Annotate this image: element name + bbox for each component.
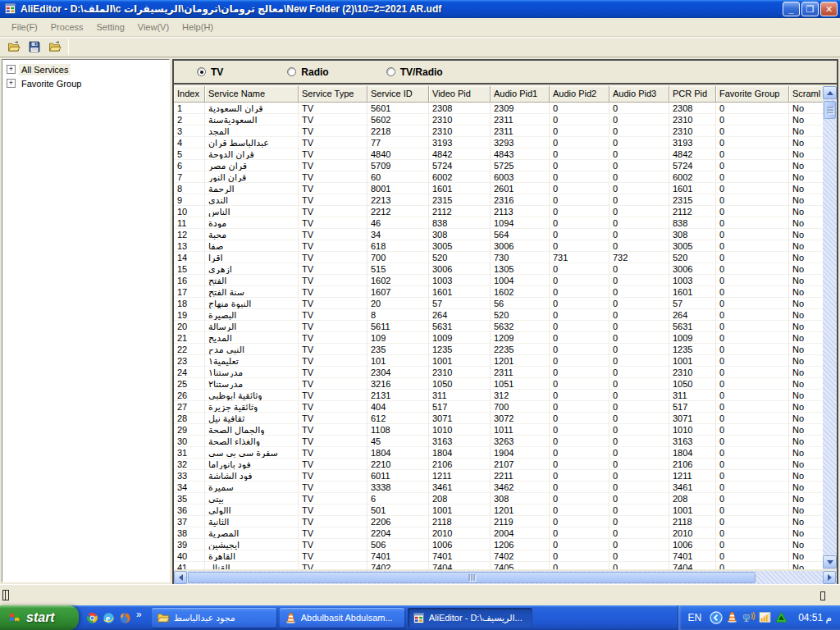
radio-tv-radio[interactable]: TV/Radio [386,66,443,78]
open-udf-button[interactable] [44,38,65,56]
table-row[interactable]: 21المديحTV109100912090010090No [174,332,823,344]
table-row[interactable]: 7النور‎ قرانTV60600260030060020No [174,171,823,183]
column-header-scraml[interactable]: Scraml [789,86,823,103]
start-button[interactable]: start [0,605,79,630]
column-header-service-name[interactable]: Service Name [205,86,299,103]
restore-button[interactable]: ❐ [801,2,819,16]
cell: 0 [716,367,789,378]
table-row[interactable]: 34سميرةTV3338346134620034610No [174,482,823,493]
menu-item-view[interactable]: View(V) [131,20,176,34]
scroll-left-button[interactable] [174,571,187,584]
table-row[interactable]: 16الفتحTV1602100310040010030No [174,275,823,286]
table-row[interactable]: 41القنالTV7402740474050074040No [174,562,823,569]
titlebar[interactable]: AliEditor - D:\الملف‎\c الريسيفرات‎\تروم… [0,0,840,18]
column-header-audio-pid1[interactable]: Audio Pid1 [491,86,550,103]
scroll-right-button[interactable] [823,571,836,584]
column-header-video-pid[interactable]: Video Pid [429,86,491,103]
vertical-scrollbar[interactable] [823,86,837,569]
table-row[interactable]: 8الرحمةTV8001160126010016010No [174,183,823,194]
table-body: 1السعودية‎ قرانTV5601230823090023080No2ا… [174,103,823,569]
vertical-scroll-thumb[interactable] [824,101,836,119]
folder-open-icon [7,40,21,53]
table-row[interactable]: 29الصحة‎ والجمالTV1108101010110010100No [174,424,823,436]
expand-icon[interactable]: + [7,65,16,74]
cell: TV [299,286,368,298]
cell: 57 [429,298,491,309]
taskbar-button-alieditor[interactable]: AliEditor - D:\الريسيف‎... [408,608,532,628]
menu-item-file[interactable]: File(F) [5,20,44,34]
table-row[interactable]: 26ابوظبى‎ وثائقيةTV2131311312003110No [174,390,823,401]
column-header-favorite-group[interactable]: Favorite Group [716,86,789,103]
menu-item-setting[interactable]: Setting [90,20,131,34]
expand-icon[interactable]: + [7,79,16,88]
cell: No [789,470,823,482]
table-row[interactable]: 4قران‎ عبدالباسطTV77319332930031930No [174,137,823,148]
table-row[interactable]: 13صفاTV618300530060030050No [174,240,823,252]
sidebar-item-favorite-group[interactable]: +Favorite Group [4,76,167,90]
ie-launcher[interactable]: e [100,612,116,624]
language-indicator[interactable]: EN [688,612,702,623]
table-row[interactable]: 2السعوديةسنةTV5602231023110023100No [174,114,823,126]
table-row[interactable]: 10الناسTV2212211221130021120No [174,206,823,217]
table-row[interactable]: 28نيل‎ ثقافيةTV612307130720030710No [174,413,823,424]
table-row[interactable]: 17الفتح‎ سنةTV1607160116020016010No [174,286,823,298]
table-row[interactable]: 6مصر‎ قرانTV5709572457250057240No [174,160,823,171]
column-header-index[interactable]: Index [174,86,205,103]
table-row[interactable]: 25مدرستنا٢TV3216105010510010500No [174,378,823,390]
save-file-button[interactable] [24,38,44,56]
table-row[interactable]: 1السعودية‎ قرانTV5601230823090023080No [174,103,823,114]
table-row[interactable]: 5الدوحة‎ قرانTV4840484248430048420No [174,148,823,160]
table-row[interactable]: 18منهاج‎ النبوةTV20575600570No [174,298,823,309]
scroll-down-button[interactable] [823,555,837,568]
table-row[interactable]: 24مدرستنا١TV2304231023110023100No [174,367,823,378]
firefox-launcher[interactable] [116,612,133,624]
table-row[interactable]: 38المصريةTV2204201020040020100No [174,527,823,539]
taskbar-button-vlc[interactable]: Abdulbasit Abdulsam... [280,608,404,628]
table-row[interactable]: 31سى‎ بى‎ سى‎ سفرةTV1804180419040018040N… [174,447,823,459]
table-row[interactable]: 22مدح‎ النبىTV235123522350012350No [174,344,823,355]
radio-radio[interactable]: Radio [287,66,328,78]
cell: 1050 [429,378,491,390]
horizontal-scroll-thumb[interactable] [188,572,756,583]
menu-item-help[interactable]: Help(H) [176,20,220,34]
table-row[interactable]: 27جزيرة‎ وثائقيةTV404517700005170No [174,401,823,413]
table-row[interactable]: 36االولىTV501100112010010010No [174,504,823,516]
table-row[interactable]: 15ازهرىTV515300613050030060No [174,263,823,275]
table-row[interactable]: 37الثانيةTV2206211821190021180No [174,516,823,527]
minimize-button[interactable]: _ [783,2,800,16]
radio-tv[interactable]: TV [197,66,223,78]
table-row[interactable]: 39ايجيشينTV506100612060010060No [174,539,823,550]
taskbar-button-folder[interactable]: عبدالباسط‎ مجود [152,608,276,628]
cell: 3193 [429,137,491,148]
table-row[interactable]: 33الشاشة‎ فودTV6011121122110012110No [174,470,823,482]
chevron-icon[interactable] [710,611,723,624]
table-row[interactable]: 14اقراTV7005207307317325200No [174,252,823,263]
table-row[interactable]: 19البصيرةTV8264520002640No [174,309,823,321]
close-button[interactable]: ✕ [820,2,838,16]
table-row[interactable]: 32بانوراما‎ فودTV2210210621070021060No [174,459,823,470]
open-file-button[interactable] [3,38,24,56]
column-header-service-type[interactable]: Service Type [299,86,368,103]
table-row[interactable]: 20الرسالةTV5611563156320056310No [174,321,823,332]
chrome-launcher[interactable] [84,612,100,624]
table-row[interactable]: 30الصحة‎ والغذاءTV45316332630031630No [174,436,823,447]
sidebar-item-all-services[interactable]: +All Services [4,62,167,76]
menu-item-process[interactable]: Process [44,20,90,34]
table-row[interactable]: 35بيتىTV6208308002080No [174,493,823,504]
cell: 0 [550,332,609,344]
column-header-audio-pid3[interactable]: Audio Pid3 [609,86,669,103]
table-row[interactable]: 9الندىTV2213231523160023150No [174,194,823,206]
column-header-audio-pid2[interactable]: Audio Pid2 [550,86,609,103]
table-row[interactable]: 12محبةTV34308564003080No [174,229,823,240]
scroll-up-button[interactable] [823,86,837,99]
cell: 0 [609,447,669,459]
cell: 6002 [669,171,716,183]
horizontal-scrollbar[interactable] [174,571,837,584]
quick-launch-overflow-chevron[interactable]: » [136,605,142,630]
table-row[interactable]: 11مودةTV468381094008380No [174,217,823,229]
table-row[interactable]: 23تعليمية١TV101100112010010010No [174,355,823,367]
table-row[interactable]: 3المجدTV2218231023110023100No [174,126,823,137]
table-row[interactable]: 40القاهرةTV7401740174020074010No [174,550,823,562]
column-header-service-id[interactable]: Service ID [368,86,429,103]
column-header-pcr-pid[interactable]: PCR Pid [669,86,716,103]
